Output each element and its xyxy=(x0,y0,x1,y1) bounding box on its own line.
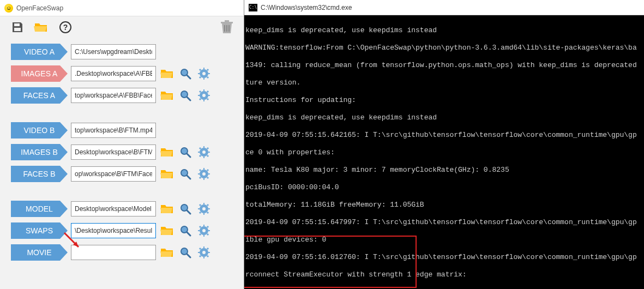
movie-folder-icon[interactable] xyxy=(159,245,174,260)
cmd-line: pciBusID: 0000:00:04.0 xyxy=(245,183,643,192)
svg-rect-42 xyxy=(203,156,204,158)
movie-gear-icon[interactable] xyxy=(196,245,212,260)
images-a-button[interactable]: IMAGES A xyxy=(11,65,68,82)
app-title: OpenFaceSwap xyxy=(16,4,63,12)
swaps-gear-icon[interactable] xyxy=(196,223,212,238)
video-a-input[interactable] xyxy=(71,44,156,59)
cmd-line: 2019-04-09 07:55:16.012760: I T:\src\git… xyxy=(245,253,643,262)
faces-a-button[interactable]: FACES A xyxy=(11,87,68,104)
images-a-input[interactable] xyxy=(71,66,156,81)
cmd-line: keep_dims is deprecated, use keepdims in… xyxy=(245,26,643,35)
svg-rect-5 xyxy=(224,25,225,32)
svg-rect-14 xyxy=(203,68,204,70)
model-button[interactable]: MODEL xyxy=(11,201,68,217)
svg-rect-0 xyxy=(18,23,19,26)
svg-line-11 xyxy=(187,75,190,79)
titlebar: ☺ OpenFaceSwap xyxy=(0,0,244,16)
swaps-label: SWAPS xyxy=(26,226,53,235)
faces-a-gear-icon[interactable] xyxy=(196,88,212,103)
app-panel: ☺ OpenFaceSwap ? VIDEO A IMA xyxy=(0,0,244,289)
svg-rect-27 xyxy=(203,89,204,92)
faces-a-folder-icon[interactable] xyxy=(159,88,174,103)
trash-icon[interactable] xyxy=(221,20,233,34)
svg-point-40 xyxy=(202,150,206,154)
faces-b-gear-icon[interactable] xyxy=(196,166,212,182)
images-a-folder-icon[interactable] xyxy=(159,66,174,81)
svg-rect-80 xyxy=(203,225,204,227)
swaps-input[interactable] xyxy=(71,223,156,238)
faces-a-search-icon[interactable] xyxy=(178,88,193,103)
svg-rect-81 xyxy=(203,234,204,237)
video-b-button[interactable]: VIDEO B xyxy=(11,122,68,139)
model-gear-icon[interactable] xyxy=(196,201,212,216)
images-b-search-icon[interactable] xyxy=(178,144,193,160)
movie-button[interactable]: MOVIE xyxy=(11,244,68,261)
svg-rect-68 xyxy=(203,213,204,215)
svg-rect-6 xyxy=(226,25,227,32)
row-video-a: VIDEO A xyxy=(11,43,235,61)
svg-rect-17 xyxy=(208,73,210,74)
help-icon[interactable]: ? xyxy=(59,21,72,34)
svg-rect-41 xyxy=(203,146,204,148)
cmd-line: totalMemory: 11.18GiB freeMemory: 11.05G… xyxy=(245,201,643,209)
faces-b-folder-icon[interactable] xyxy=(159,166,174,182)
svg-text:?: ? xyxy=(63,23,68,32)
model-input[interactable] xyxy=(71,201,156,216)
movie-label: MOVIE xyxy=(27,248,51,257)
row-images-a: IMAGES A xyxy=(11,64,235,83)
movie-input[interactable] xyxy=(71,245,156,260)
svg-point-66 xyxy=(202,207,206,210)
faces-b-input[interactable] xyxy=(71,166,156,182)
svg-rect-16 xyxy=(198,73,200,74)
faces-b-button[interactable]: FACES B xyxy=(11,166,68,182)
cmd-line: name: Tesla K80 major: 3 minor: 7 memory… xyxy=(245,166,643,174)
images-a-search-icon[interactable] xyxy=(178,66,193,81)
row-model: MODEL xyxy=(11,200,235,218)
faces-b-search-icon[interactable] xyxy=(178,166,193,182)
swaps-button[interactable]: SWAPS xyxy=(11,222,68,239)
svg-rect-28 xyxy=(203,99,204,101)
images-b-button[interactable]: IMAGES B xyxy=(11,144,68,160)
svg-line-64 xyxy=(187,210,190,214)
svg-rect-43 xyxy=(198,152,200,153)
cmd-line: ce 0 with properties: xyxy=(245,148,643,157)
svg-rect-56 xyxy=(198,173,200,174)
cmd-line: 2019-04-09 07:55:15.647997: I T:\src\git… xyxy=(245,218,643,227)
svg-rect-94 xyxy=(203,256,204,258)
row-images-b: IMAGES B xyxy=(11,143,235,161)
swaps-folder-icon[interactable] xyxy=(159,223,174,238)
model-folder-icon[interactable] xyxy=(159,201,174,216)
model-label: MODEL xyxy=(26,204,53,213)
cmd-panel: C:\ C:\Windows\system32\cmd.exe keep_dim… xyxy=(244,0,644,289)
faces-b-label: FACES B xyxy=(23,170,55,178)
svg-line-38 xyxy=(187,154,190,157)
video-b-input[interactable] xyxy=(71,123,156,138)
faces-a-input[interactable] xyxy=(71,88,156,103)
svg-rect-57 xyxy=(208,173,210,174)
faces-a-label: FACES A xyxy=(23,91,55,100)
video-a-button[interactable]: VIDEO A xyxy=(11,44,68,60)
svg-point-53 xyxy=(202,172,206,176)
svg-rect-93 xyxy=(203,246,204,249)
swaps-search-icon[interactable] xyxy=(178,223,193,238)
images-b-folder-icon[interactable] xyxy=(159,144,174,160)
svg-rect-82 xyxy=(198,230,200,231)
svg-rect-70 xyxy=(208,208,210,209)
movie-search-icon[interactable] xyxy=(178,245,193,260)
save-icon[interactable] xyxy=(11,21,24,34)
images-b-input[interactable] xyxy=(71,144,156,160)
model-search-icon[interactable] xyxy=(178,201,193,216)
cmd-line: 1349: calling reduce_mean (from tensorfl… xyxy=(245,61,643,70)
cmd-line: ture version. xyxy=(245,79,643,87)
open-folder-icon[interactable] xyxy=(34,21,49,34)
images-b-gear-icon[interactable] xyxy=(196,144,212,160)
svg-rect-44 xyxy=(208,152,210,153)
cmd-line: 2019-04-09 07:55:15.642165: I T:\src\git… xyxy=(245,131,643,140)
svg-rect-69 xyxy=(198,208,200,209)
images-a-gear-icon[interactable] xyxy=(196,66,212,81)
svg-line-24 xyxy=(187,97,190,100)
svg-rect-3 xyxy=(221,22,233,23)
svg-rect-95 xyxy=(198,252,200,253)
cmd-title: C:\Windows\system32\cmd.exe xyxy=(261,3,352,12)
cmd-icon: C:\ xyxy=(249,4,257,11)
